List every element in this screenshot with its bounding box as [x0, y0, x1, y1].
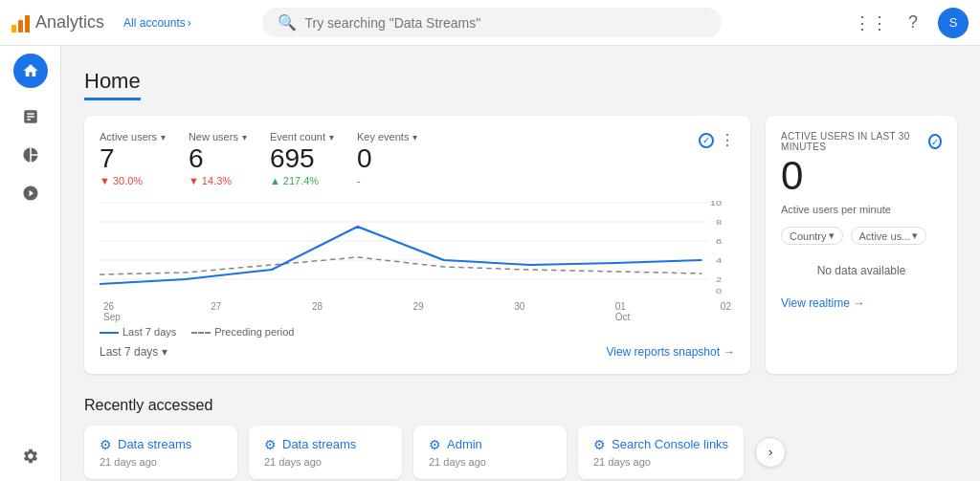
topbar: Analytics All accounts › 🔍 ⋮⋮ ? S: [0, 0, 980, 46]
view-realtime-link[interactable]: View realtime →: [781, 296, 942, 310]
svg-text:10: 10: [710, 198, 722, 207]
active-users-filter[interactable]: Active us... ▾: [851, 227, 927, 245]
metrics-card: Active users ▾ 7 ▼ 30.0% New users ▾ 6 ▼…: [84, 116, 750, 374]
search-input[interactable]: [304, 15, 706, 31]
recently-accessed-list: ⚙ Data streams 21 days ago ⚙ Data stream…: [84, 426, 957, 479]
top-cards-row: Active users ▾ 7 ▼ 30.0% New users ▾ 6 ▼…: [84, 116, 957, 374]
realtime-sublabel: Active users per minute: [781, 204, 942, 215]
line-chart: 10 8 6 4 2 0: [100, 198, 735, 294]
chart-legend: Last 7 days Preceding period: [100, 326, 735, 338]
key-events-metric: Key events ▾ 0 -: [357, 131, 417, 186]
timerange-selector[interactable]: Last 7 days ▾: [100, 345, 167, 359]
page-title: Home: [84, 69, 141, 100]
active-users-metric: Active users ▾ 7 ▼ 30.0%: [100, 131, 166, 186]
help-button[interactable]: ?: [896, 6, 930, 40]
logo-icon: [11, 13, 30, 33]
realtime-filters: Country ▾ Active us... ▾: [781, 227, 942, 245]
sidebar: [0, 46, 61, 481]
gear-icon-2: ⚙: [429, 437, 441, 452]
apps-button[interactable]: ⋮⋮: [854, 6, 888, 40]
recent-card-0[interactable]: ⚙ Data streams 21 days ago: [84, 426, 237, 479]
gear-icon-0: ⚙: [100, 437, 112, 452]
sidebar-advertising-icon[interactable]: [13, 176, 48, 210]
account-selector[interactable]: All accounts ›: [123, 16, 191, 30]
metrics-check-icon: ✓: [699, 133, 714, 148]
sidebar-settings-icon[interactable]: [13, 439, 48, 473]
sidebar-explore-icon[interactable]: [13, 138, 48, 172]
search-bar: 🔍: [262, 8, 722, 37]
recent-card-2[interactable]: ⚙ Admin 21 days ago: [413, 426, 567, 479]
sidebar-home-button[interactable]: [13, 54, 48, 88]
country-filter-dropdown: ▾: [829, 230, 835, 242]
realtime-card: Active users in last 30 minutes ✓ 0 Acti…: [766, 116, 957, 374]
new-users-dropdown[interactable]: ▾: [242, 132, 247, 142]
gear-icon-3: ⚙: [593, 437, 606, 452]
svg-text:8: 8: [716, 217, 722, 226]
main-content: Home Active users ▾ 7 ▼ 30.0% New users …: [61, 46, 980, 481]
app-logo: Analytics: [11, 12, 104, 33]
key-events-dropdown[interactable]: ▾: [412, 132, 417, 142]
sidebar-reports-icon[interactable]: [13, 99, 48, 134]
realtime-check-icon: ✓: [928, 134, 942, 149]
active-users-filter-dropdown: ▾: [912, 230, 918, 242]
realtime-header: Active users in last 30 minutes ✓: [781, 131, 942, 152]
svg-text:2: 2: [716, 274, 722, 283]
topbar-actions: ⋮⋮ ? S: [854, 6, 969, 40]
active-users-dropdown[interactable]: ▾: [161, 132, 166, 142]
timerange-dropdown-icon: ▾: [162, 345, 167, 359]
metrics-header: Active users ▾ 7 ▼ 30.0% New users ▾ 6 ▼…: [100, 131, 735, 186]
country-filter[interactable]: Country ▾: [781, 227, 843, 245]
svg-text:0: 0: [716, 286, 722, 293]
recently-accessed-title: Recently accessed: [84, 397, 957, 414]
recent-card-3[interactable]: ⚙ Search Console links 21 days ago: [578, 426, 744, 479]
no-data-label: No data available: [781, 252, 942, 289]
event-count-metric: Event count ▾ 695 ▲ 217.4%: [270, 131, 334, 186]
avatar[interactable]: S: [938, 8, 969, 38]
svg-text:4: 4: [716, 255, 723, 264]
recent-card-1[interactable]: ⚙ Data streams 21 days ago: [249, 426, 402, 479]
gear-icon-1: ⚙: [264, 437, 277, 452]
realtime-value: 0: [781, 152, 942, 200]
view-reports-link[interactable]: View reports snapshot →: [606, 345, 735, 359]
event-count-dropdown[interactable]: ▾: [329, 132, 334, 142]
svg-text:6: 6: [716, 236, 722, 245]
app-title: Analytics: [35, 12, 104, 33]
search-icon: 🔍: [278, 13, 297, 32]
metrics-more-icon[interactable]: ⋮: [720, 131, 735, 149]
recent-cards-next-button[interactable]: ›: [755, 437, 786, 468]
new-users-metric: New users ▾ 6 ▼ 14.3%: [189, 131, 247, 186]
chart-x-labels: 26Sep 27 28 29 30 01Oct 02: [100, 301, 735, 322]
